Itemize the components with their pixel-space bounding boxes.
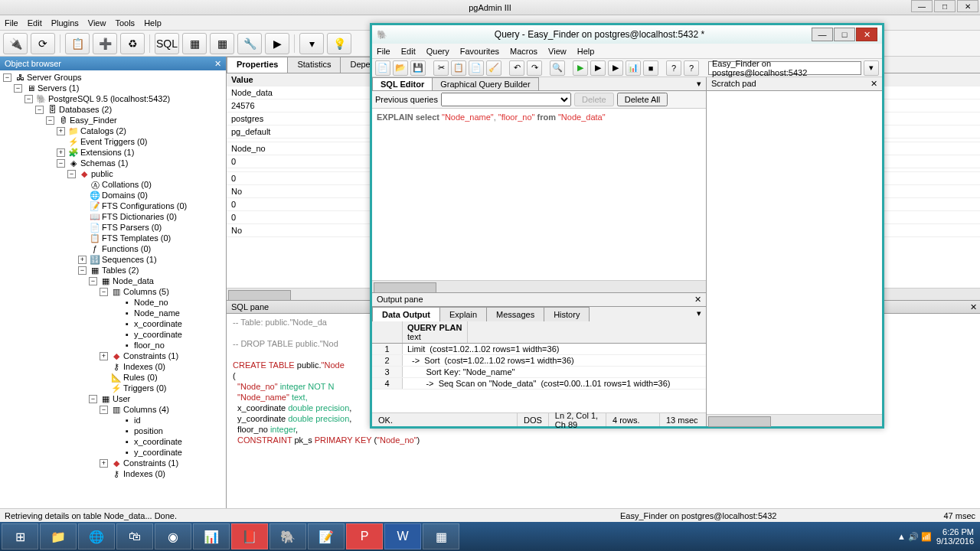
tree-col-uy[interactable]: ▪y_coordinate: [2, 447, 224, 458]
menu-file[interactable]: File: [5, 18, 18, 28]
close-icon[interactable]: ✕: [694, 295, 701, 305]
menu-help[interactable]: Help: [577, 47, 595, 56]
menu-view[interactable]: View: [88, 18, 106, 28]
tree-view[interactable]: −🖧Server Groups −🖥Servers (1) −🐘PostgreS…: [0, 70, 226, 508]
chevron-down-icon[interactable]: ▾: [692, 77, 706, 90]
drop-icon[interactable]: ♻: [120, 33, 145, 54]
menu-view[interactable]: View: [548, 47, 567, 56]
horizontal-scrollbar[interactable]: [372, 280, 706, 292]
tree-schemas[interactable]: −◈Schemas (1): [2, 158, 224, 168]
tree-col-y[interactable]: ▪y_coordinate: [2, 329, 224, 340]
menu-macros[interactable]: Macros: [510, 47, 537, 56]
tab-data-output[interactable]: Data Output: [372, 307, 440, 321]
hint-icon[interactable]: 💡: [327, 33, 351, 54]
execute-pgscript-icon[interactable]: ▶: [590, 60, 606, 76]
menu-help[interactable]: Help: [144, 18, 162, 28]
tree-public[interactable]: −◆public: [2, 168, 224, 179]
tree-databases[interactable]: −🗄Databases (2): [2, 104, 224, 115]
tree-constraints[interactable]: +◆Constraints (1): [2, 350, 224, 361]
menu-favourites[interactable]: Favourites: [460, 47, 499, 56]
delete-all-button[interactable]: Delete All: [617, 93, 668, 106]
create-icon[interactable]: ➕: [93, 33, 117, 54]
scratch-pad[interactable]: [707, 91, 882, 414]
word-icon[interactable]: W: [384, 523, 421, 549]
redo-icon[interactable]: ↷: [527, 60, 542, 76]
horizontal-scrollbar[interactable]: [707, 414, 882, 426]
chevron-down-icon[interactable]: ▾: [692, 307, 706, 321]
menu-tools[interactable]: Tools: [115, 18, 135, 28]
explain-icon[interactable]: 📊: [626, 60, 641, 76]
tree-sequences[interactable]: +🔢Sequences (1): [2, 254, 224, 265]
new-icon[interactable]: 📄: [375, 60, 390, 76]
tree-col-node-name[interactable]: ▪Node_name: [2, 308, 224, 318]
tree-node-data[interactable]: −▦Node_data: [2, 276, 224, 286]
open-icon[interactable]: 📂: [393, 60, 408, 76]
tree-extensions[interactable]: +🧩Extensions (1): [2, 147, 224, 158]
cancel-icon[interactable]: ■: [643, 60, 658, 76]
recorder-icon[interactable]: ▦: [423, 523, 459, 549]
tree-collations[interactable]: ⒶCollations (0): [2, 179, 224, 190]
close-icon[interactable]: ✕: [871, 79, 877, 89]
execute-icon[interactable]: ▶: [573, 60, 588, 76]
maximize-button[interactable]: □: [834, 28, 855, 41]
undo-icon[interactable]: ↶: [509, 60, 524, 76]
sql-editor[interactable]: EXPLAIN select "Node_name", "floor_no" f…: [372, 109, 706, 280]
tree-fts-conf[interactable]: 📝FTS Configurations (0): [2, 201, 224, 211]
save-icon[interactable]: 💾: [410, 60, 426, 76]
table-row[interactable]: 4 -> Seq Scan on "Node_data" (cost=0.00.…: [372, 378, 706, 390]
tree-functions[interactable]: ƒFunctions (0): [2, 243, 224, 254]
table-row[interactable]: 2 -> Sort (cost=1.02..1.02 rows=1 width=…: [372, 355, 706, 367]
output-grid[interactable]: QUERY PLANtext 1Limit (cost=1.02..1.02 r…: [372, 321, 706, 412]
menu-query[interactable]: Query: [426, 47, 449, 56]
filter2-icon[interactable]: ▾: [299, 33, 324, 54]
close-icon[interactable]: ✕: [214, 59, 221, 69]
find-icon[interactable]: 🔍: [550, 60, 565, 76]
maintenance-icon[interactable]: 🔧: [237, 33, 262, 54]
ie-icon[interactable]: 🌐: [78, 523, 115, 549]
refresh-icon[interactable]: ⟳: [31, 33, 55, 54]
close-button[interactable]: ✕: [856, 28, 877, 41]
explorer-icon[interactable]: 📁: [40, 523, 77, 549]
powerpoint-icon[interactable]: P: [346, 523, 383, 549]
prev-queries-dropdown[interactable]: [441, 93, 571, 106]
tree-catalogs[interactable]: +📁Catalogs (2): [2, 126, 224, 136]
connection-combo[interactable]: Easy_Finder on postgres@localhost:5432: [708, 61, 861, 75]
delete-button[interactable]: Delete: [574, 93, 614, 106]
cut-icon[interactable]: ✂: [433, 60, 449, 76]
tree-easyfinder[interactable]: −🛢Easy_Finder: [2, 115, 224, 126]
close-icon[interactable]: ✕: [970, 302, 977, 312]
close-button[interactable]: ✕: [957, 0, 978, 12]
menu-plugins[interactable]: Plugins: [51, 18, 79, 28]
query-titlebar[interactable]: 🐘 Query - Easy_Finder on postgres@localh…: [372, 25, 882, 44]
tab-history[interactable]: History: [544, 307, 590, 321]
viewdata-icon[interactable]: ▦: [182, 33, 207, 54]
help2-icon[interactable]: ?: [684, 60, 699, 76]
tree-user-indexes[interactable]: ⚷Indexes (0): [2, 468, 224, 479]
table-row[interactable]: 3 Sort Key: "Node_name": [372, 367, 706, 378]
execute-icon[interactable]: ▶: [265, 33, 289, 54]
tree-fts-templates[interactable]: 📋FTS Templates (0): [2, 233, 224, 243]
notes-icon[interactable]: 📝: [308, 523, 345, 549]
tree-col-node-no[interactable]: ▪Node_no: [2, 297, 224, 308]
minimize-button[interactable]: —: [812, 28, 833, 41]
tree-col-id[interactable]: ▪id: [2, 415, 224, 425]
properties-icon[interactable]: 📋: [65, 33, 90, 54]
tab-sql-editor[interactable]: SQL Editor: [372, 77, 433, 90]
tree-domains[interactable]: 🌐Domains (0): [2, 190, 224, 201]
tree-events[interactable]: ⚡Event Triggers (0): [2, 136, 224, 147]
tab-graphical-builder[interactable]: Graphical Query Builder: [432, 77, 538, 90]
tree-indexes[interactable]: ⚷Indexes (0): [2, 361, 224, 372]
tree-col-x[interactable]: ▪x_coordinate: [2, 318, 224, 329]
tab-explain[interactable]: Explain: [439, 307, 487, 321]
tree-user-constraints[interactable]: +◆Constraints (1): [2, 458, 224, 468]
filter-icon[interactable]: ▦: [210, 33, 234, 54]
tree-tables[interactable]: −▦Tables (2): [2, 265, 224, 276]
tab-statistics[interactable]: Statistics: [287, 57, 341, 73]
tab-properties[interactable]: Properties: [227, 57, 288, 73]
tab-messages[interactable]: Messages: [486, 307, 544, 321]
minimize-button[interactable]: —: [911, 0, 933, 12]
table-row[interactable]: 1Limit (cost=1.02..1.02 rows=1 width=36): [372, 344, 706, 355]
copy-icon[interactable]: 📋: [451, 60, 466, 76]
maximize-button[interactable]: □: [934, 0, 956, 12]
tree-col-ux[interactable]: ▪x_coordinate: [2, 436, 224, 447]
